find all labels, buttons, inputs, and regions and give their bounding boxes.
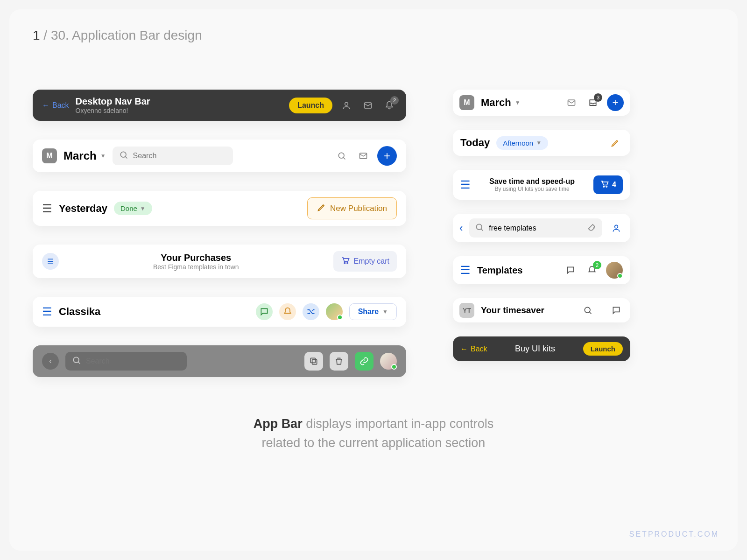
app-badge[interactable]: M: [459, 95, 474, 110]
button-label: New Publication: [330, 204, 387, 213]
inbox-badge: 3: [594, 93, 602, 102]
launch-button[interactable]: Launch: [583, 342, 623, 356]
bar-subtitle: Best Figma templates in town: [65, 263, 327, 271]
search-box[interactable]: [469, 218, 602, 238]
user-avatar[interactable]: [606, 262, 623, 279]
button-label: Empty cart: [354, 257, 389, 266]
menu-icon[interactable]: ☰: [42, 305, 52, 318]
user-avatar[interactable]: [380, 353, 397, 370]
notification-badge: 2: [593, 261, 601, 269]
online-indicator: [337, 315, 343, 320]
bar-title: Classika: [59, 306, 100, 318]
appbar-purchases: ☰ Your Purchases Best Figma templates in…: [33, 245, 406, 278]
chat-button[interactable]: [256, 303, 273, 320]
chevron-left-icon: ‹: [49, 357, 51, 365]
status-chip[interactable]: Done▼: [114, 202, 152, 215]
svg-rect-8: [312, 360, 317, 364]
page-sep: /: [43, 28, 47, 42]
add-fab[interactable]: +: [607, 94, 624, 111]
bell-icon[interactable]: 2: [585, 263, 599, 278]
appbar-savetime: ☰ Save time and speed-up By using UI kit…: [453, 170, 630, 200]
svg-point-3: [338, 153, 344, 158]
appbar-templates: ☰ Templates 2: [453, 256, 630, 284]
mail-icon[interactable]: [356, 148, 371, 163]
search-icon-btn[interactable]: [334, 148, 349, 163]
chevron-down-icon: ▼: [382, 308, 388, 315]
search-box[interactable]: [65, 352, 187, 371]
pencil-icon: [317, 203, 326, 214]
month-dropdown[interactable]: March▼: [63, 149, 106, 162]
desc-rest1: displays important in-app controls: [303, 417, 494, 431]
menu-icon[interactable]: ☰: [460, 264, 471, 277]
empty-cart-button[interactable]: Empty cart: [333, 251, 397, 272]
appbar-timesaver: YT Your timesaver: [453, 298, 630, 322]
launch-label: Launch: [591, 345, 615, 353]
search-input[interactable]: [489, 224, 583, 232]
user-icon[interactable]: [609, 221, 624, 236]
launch-button[interactable]: Launch: [289, 98, 332, 113]
appbar-buy-kits: ← Back Buy UI kits Launch: [453, 336, 630, 361]
search-input[interactable]: [86, 357, 180, 365]
chevron-down-icon: ▼: [140, 205, 146, 212]
add-fab[interactable]: +: [377, 146, 397, 166]
online-indicator: [391, 364, 397, 370]
arrow-left-icon: ←: [460, 345, 468, 353]
svg-point-14: [615, 225, 618, 228]
menu-icon[interactable]: ☰: [460, 178, 471, 191]
page-current: 1: [33, 28, 40, 42]
cart-icon: [600, 179, 609, 190]
back-button[interactable]: ‹: [42, 353, 59, 370]
search-input[interactable]: [133, 152, 226, 160]
menu-button[interactable]: ☰: [42, 253, 59, 270]
appbar-gray-search: ‹: [33, 345, 406, 377]
month-dropdown[interactable]: March▼: [481, 97, 521, 109]
time-chip[interactable]: Afternoon▼: [496, 136, 548, 150]
inbox-icon[interactable]: 3: [585, 95, 600, 110]
edit-button[interactable]: [608, 135, 623, 150]
shuffle-button[interactable]: [303, 303, 319, 320]
copy-button[interactable]: [304, 352, 323, 371]
breadcrumb: 1 / 30. Application Bar design: [33, 28, 714, 43]
search-icon-btn[interactable]: [580, 303, 595, 318]
svg-point-13: [477, 224, 482, 230]
link-button[interactable]: [355, 352, 374, 371]
app-badge[interactable]: YT: [459, 303, 474, 318]
desc-strong: App Bar: [254, 417, 303, 431]
chat-icon[interactable]: [609, 303, 624, 318]
menu-icon[interactable]: ☰: [42, 202, 52, 215]
bar-title: Save time and speed-up: [477, 177, 587, 186]
desc-line2: related to the current application secti…: [262, 436, 486, 450]
chevron-down-icon: ▼: [100, 153, 106, 159]
month-label: March: [481, 97, 511, 109]
launch-label: Launch: [297, 101, 324, 110]
back-button[interactable]: ‹: [459, 222, 463, 234]
search-box[interactable]: [113, 147, 233, 165]
eraser-icon[interactable]: [587, 222, 597, 234]
watermark: SETPRODUCT.COM: [629, 530, 719, 539]
cart-count: 4: [612, 181, 616, 189]
bar-title: Buy UI kits: [515, 344, 555, 353]
chevron-down-icon: ▼: [536, 140, 542, 146]
bell-button[interactable]: [279, 303, 296, 320]
mail-icon[interactable]: [360, 98, 375, 113]
cart-button[interactable]: 4: [593, 175, 623, 194]
back-button[interactable]: ← Back: [460, 345, 487, 353]
chat-icon[interactable]: [563, 263, 578, 278]
bar-title: Your timesaver: [481, 305, 544, 315]
appbar-today: Today Afternoon▼: [453, 130, 630, 156]
bell-icon[interactable]: 2: [382, 98, 397, 113]
back-button[interactable]: ← Back: [42, 101, 69, 110]
new-publication-button[interactable]: New Publication: [307, 197, 397, 219]
app-badge[interactable]: M: [42, 148, 57, 163]
share-button[interactable]: Share▼: [349, 303, 397, 320]
user-icon[interactable]: [339, 98, 354, 113]
delete-button[interactable]: [330, 352, 348, 371]
bar-title: Yesterday: [59, 203, 107, 215]
bar-title: Desktop Nav Bar: [76, 96, 283, 107]
appbar-desktop-nav: ← Back Desktop Nav Bar Oxyenno sdelano! …: [33, 90, 406, 121]
svg-point-6: [346, 263, 348, 264]
back-label: Back: [52, 101, 69, 110]
cart-icon: [341, 256, 350, 267]
user-avatar[interactable]: [326, 303, 343, 320]
mail-icon[interactable]: [564, 95, 579, 110]
